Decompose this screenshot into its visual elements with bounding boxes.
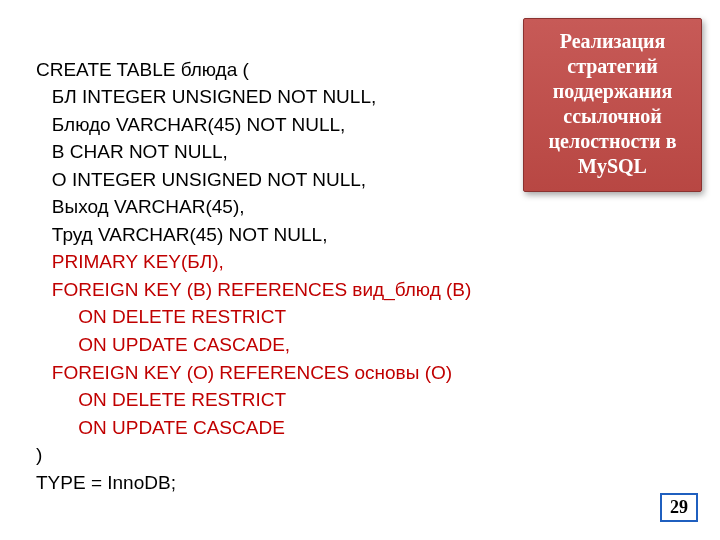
code-line-key: ON UPDATE CASCADE, [36, 334, 290, 355]
code-line: ) [36, 444, 42, 465]
code-line: БЛ INTEGER UNSIGNED NOT NULL, [36, 86, 376, 107]
code-line: В CHAR NOT NULL, [36, 141, 228, 162]
code-line: Блюдо VARCHAR(45) NOT NULL, [36, 114, 345, 135]
sql-code-block: CREATE TABLE блюда ( БЛ INTEGER UNSIGNED… [36, 28, 471, 496]
code-line: TYPE = InnoDB; [36, 472, 176, 493]
code-line-key: ON DELETE RESTRICT [36, 306, 286, 327]
callout-line: Реализация [530, 29, 695, 54]
code-line: CREATE TABLE блюда ( [36, 59, 249, 80]
callout-line: целостности в [530, 129, 695, 154]
callout-line: ссылочной [530, 104, 695, 129]
code-line: Выход VARCHAR(45), [36, 196, 245, 217]
code-line-key: PRIMARY KEY(БЛ), [36, 251, 224, 272]
code-line-key: FOREIGN KEY (О) REFERENCES основы (О) [36, 362, 452, 383]
code-line: Труд VARCHAR(45) NOT NULL, [36, 224, 327, 245]
callout-line: MySQL [530, 154, 695, 179]
code-line-key: ON DELETE RESTRICT [36, 389, 286, 410]
title-callout: Реализация стратегий поддержания ссылочн… [523, 18, 702, 192]
page-number: 29 [660, 493, 698, 522]
callout-line: стратегий [530, 54, 695, 79]
code-line: О INTEGER UNSIGNED NOT NULL, [36, 169, 366, 190]
code-line-key: FOREIGN KEY (В) REFERENCES вид_блюд (В) [36, 279, 471, 300]
code-line-key: ON UPDATE CASCADE [36, 417, 285, 438]
callout-line: поддержания [530, 79, 695, 104]
